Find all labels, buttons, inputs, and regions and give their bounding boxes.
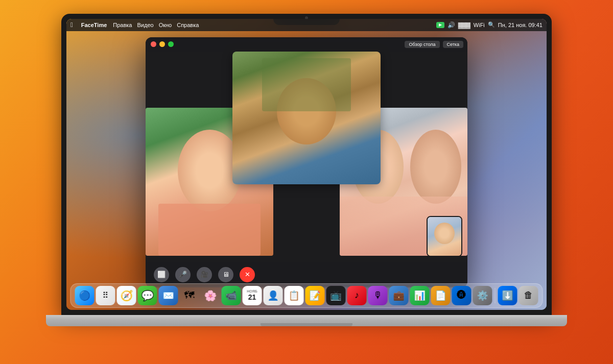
dock-settings[interactable]: ⚙️ xyxy=(473,286,492,305)
search-icon[interactable]: 🔍 xyxy=(488,21,495,28)
menubar:  FaceTime Правка Видео Окно Справка ▶ 🔊… xyxy=(66,19,547,31)
dock-pages[interactable]: 📄 xyxy=(431,286,451,305)
screen-share-button[interactable]: 🖥 xyxy=(218,267,233,282)
dock-photos[interactable]: 🌸 xyxy=(201,286,220,305)
desk-view-button[interactable]: Обзор стола xyxy=(405,41,439,48)
dock-facetime[interactable]: 📹 xyxy=(222,286,241,305)
apple-menu[interactable]:  xyxy=(70,21,73,29)
dock-migration[interactable]: 💼 xyxy=(389,286,409,305)
menu-help[interactable]: Справка xyxy=(177,22,199,28)
menu-video[interactable]: Видео xyxy=(137,22,153,28)
dock-numbers[interactable]: 📊 xyxy=(410,286,430,305)
screen-bezel:  FaceTime Правка Видео Окно Справка ▶ 🔊… xyxy=(61,14,552,315)
dock-music[interactable]: ♪ xyxy=(347,286,367,305)
dock-appletv[interactable]: 📺 xyxy=(326,286,346,305)
dock-contacts[interactable]: 👤 xyxy=(264,286,283,305)
dock-mail[interactable]: ✉️ xyxy=(159,286,178,305)
video-grid xyxy=(146,52,467,262)
menubar-items: Правка Видео Окно Справка xyxy=(113,22,199,28)
app-name[interactable]: FaceTime xyxy=(81,22,107,28)
dock-downloads[interactable]: ⬇️ xyxy=(498,286,517,305)
datetime: Пн, 21 ноя. 09:41 xyxy=(498,22,543,28)
volume-icon[interactable]: 🔊 xyxy=(447,21,455,29)
dock-launchpad[interactable]: ⠿ xyxy=(96,286,115,305)
menubar-left:  FaceTime Правка Видео Окно Справка xyxy=(70,21,199,29)
dock-messages[interactable]: 💬 xyxy=(138,286,157,305)
traffic-lights xyxy=(151,41,174,47)
dock-calendar[interactable]: НОЯБ 21 xyxy=(243,286,262,305)
grid-button[interactable]: Сетка xyxy=(443,41,463,48)
battery-icon: ▓▓▓ xyxy=(458,22,470,28)
maximize-button[interactable] xyxy=(168,41,174,47)
menu-window[interactable]: Окно xyxy=(159,22,172,28)
close-button[interactable] xyxy=(151,41,156,47)
screen:  FaceTime Правка Видео Окно Справка ▶ 🔊… xyxy=(66,19,547,310)
dock-reminders[interactable]: 📋 xyxy=(285,286,304,305)
wifi-icon: WiFi xyxy=(474,22,485,28)
self-video xyxy=(428,217,461,256)
dock-appstore[interactable]: 🅐 xyxy=(452,286,471,305)
window-titlebar: Обзор стола Сетка xyxy=(146,37,467,52)
facetime-window: Обзор стола Сетка xyxy=(146,37,467,287)
facetime-status-icon: ▶ xyxy=(436,22,444,28)
sidebar-toggle-button[interactable]: ⬜ xyxy=(154,267,169,282)
end-call-button[interactable]: ✕ xyxy=(240,267,255,282)
video-tile-center xyxy=(232,52,381,184)
window-action-buttons: Обзор стола Сетка xyxy=(405,41,463,48)
dock-maps[interactable]: 🗺 xyxy=(180,286,199,305)
dock-podcasts[interactable]: 🎙 xyxy=(368,286,388,305)
dock-notes[interactable]: 📝 xyxy=(305,286,325,305)
person-center-video xyxy=(232,52,381,184)
laptop-outer:  FaceTime Правка Видео Окно Справка ▶ 🔊… xyxy=(36,14,577,351)
laptop-base xyxy=(46,315,567,326)
video-self xyxy=(427,216,462,257)
dock-divider xyxy=(495,288,496,303)
dock-trash[interactable]: 🗑 xyxy=(519,286,538,305)
minimize-button[interactable] xyxy=(159,41,165,47)
mute-button[interactable]: 🎤 xyxy=(175,267,191,282)
dock-safari[interactable]: 🧭 xyxy=(117,286,136,305)
menu-edit[interactable]: Правка xyxy=(113,22,132,28)
dock: 🔵 ⠿ 🧭 💬 ✉️ 🗺 🌸 📹 НОЯБ 21 xyxy=(70,283,543,308)
dock-finder[interactable]: 🔵 xyxy=(75,286,95,305)
menubar-right: ▶ 🔊 ▓▓▓ WiFi 🔍 Пн, 21 ноя. 09:41 xyxy=(436,21,543,29)
camera-toggle-button[interactable]: 🎥 xyxy=(197,267,212,282)
